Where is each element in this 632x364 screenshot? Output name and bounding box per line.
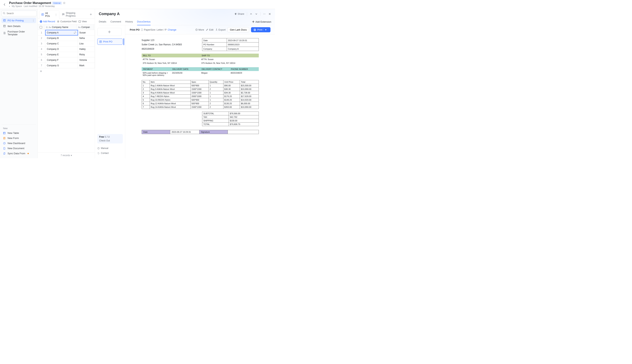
new-item-label: Sync Data From	[8, 152, 25, 155]
grid-icon	[3, 24, 6, 28]
select-all-checkbox[interactable]	[40, 26, 42, 28]
export-button[interactable]: Export	[215, 28, 226, 31]
printer-icon	[254, 28, 256, 31]
cell-company[interactable]: Company F	[45, 58, 78, 63]
workspace-name[interactable]: My Space	[12, 5, 22, 8]
view-button[interactable]: View	[78, 20, 87, 23]
signature-row: Date 2023-09-27 10:29:31 Signature	[142, 130, 259, 134]
more-actions-button[interactable]: ⋯	[263, 12, 266, 15]
cell-contact[interactable]: Susan	[78, 30, 95, 35]
document-icon	[3, 32, 6, 34]
print-po-card[interactable]: Print PO	[97, 38, 123, 45]
expand-icon[interactable]	[74, 32, 76, 34]
text-type-icon: Aᴀ	[49, 26, 51, 28]
tab-docugenius[interactable]: DocuGenius	[137, 19, 151, 25]
table-row[interactable]: 7 Company G Mark	[38, 63, 95, 68]
kanban-icon	[62, 13, 65, 16]
svg-point-11	[58, 21, 59, 22]
add-extension-button[interactable]: Add Extension	[252, 19, 271, 25]
delivery-date: 2023/05/30	[171, 71, 200, 77]
cell-contact[interactable]: Neha	[78, 36, 95, 41]
cell-company[interactable]: Company C	[45, 41, 78, 46]
new-item-label: New Dashboard	[8, 142, 25, 144]
cell-contact[interactable]: Victoria	[78, 58, 95, 63]
svg-rect-1	[4, 20, 6, 22]
cell-contact[interactable]: Mark	[78, 63, 95, 68]
add-record-label: Add Record	[43, 20, 55, 23]
table-row[interactable]: 6 Company F Victoria	[38, 58, 95, 63]
svg-rect-3	[4, 132, 6, 134]
next-record-button[interactable]	[255, 13, 258, 15]
form-icon	[3, 137, 6, 140]
svg-rect-12	[79, 21, 81, 22]
cell-company[interactable]: Company A	[45, 30, 78, 35]
table-row[interactable]: 1 Company A Susan	[38, 30, 95, 36]
share-button[interactable]: Share	[234, 12, 244, 15]
column-header-contact[interactable]: Aᴀ Compan	[77, 24, 94, 30]
add-view-button[interactable]	[88, 12, 93, 17]
add-record-button[interactable]: Add Record	[40, 20, 55, 23]
sync-data-button[interactable]: Sync Data From	[2, 151, 36, 156]
svg-rect-14	[100, 40, 102, 43]
sidebar-item-more[interactable]: ⋮	[32, 19, 35, 22]
new-document-button[interactable]: New Document	[2, 146, 36, 151]
gen-docs-button[interactable]: Gen Lark Docs	[227, 27, 249, 32]
row-index: 7	[38, 63, 45, 68]
table-row[interactable]: 5 Company E Ricky	[38, 52, 95, 58]
sidebar-item-po-printing[interactable]: PO for Printing ⋮	[2, 18, 36, 23]
ship-address: 375 Hudson St, New York, NY 10014	[200, 61, 259, 65]
table-icon	[3, 132, 6, 134]
back-button[interactable]	[2, 2, 7, 7]
detail-title: Company A	[99, 12, 120, 16]
doc-title: Print PO	[130, 28, 140, 31]
more-button[interactable]: More	[195, 28, 204, 31]
change-papersize-link[interactable]: Change	[168, 28, 176, 31]
sync-icon	[3, 152, 6, 155]
sidebar-item-item-details[interactable]: Item Details	[2, 24, 36, 29]
manual-link[interactable]: Manual	[97, 146, 123, 151]
add-document-card[interactable]	[97, 28, 122, 36]
cell-contact[interactable]: Ricky	[78, 52, 95, 57]
column-header-company[interactable]: Aᴀ Company Name	[44, 24, 77, 30]
sidebar-item-label: PO for Printing	[8, 19, 24, 22]
tab-details[interactable]: Details	[99, 19, 106, 25]
svg-rect-2	[4, 25, 6, 27]
table-row[interactable]: 4 Company D Hailey	[38, 46, 95, 52]
print-button[interactable]: Print ▾	[251, 27, 270, 32]
tab-history[interactable]: History	[125, 19, 133, 25]
page-icon	[141, 28, 143, 31]
lock-icon	[46, 26, 48, 28]
grid-icon	[99, 40, 102, 43]
search-input[interactable]	[2, 10, 37, 16]
new-table-button[interactable]: New Table	[2, 130, 36, 136]
table-row[interactable]: 2 Company B Neha	[38, 36, 95, 41]
close-panel-button[interactable]	[268, 12, 271, 16]
cell-contact[interactable]: Lisa	[78, 41, 95, 46]
cell-company[interactable]: Company B	[45, 36, 78, 41]
tab-shipping[interactable]: Shipping Progress	[60, 10, 88, 18]
sidebar-item-po-template[interactable]: Purchase Order Template	[2, 29, 36, 37]
cell-company[interactable]: Company D	[45, 46, 78, 52]
search-icon	[3, 12, 6, 14]
cell-company[interactable]: Company E	[45, 52, 78, 57]
print-dropdown[interactable]: ▾	[264, 28, 268, 31]
prev-record-button[interactable]	[250, 13, 252, 15]
checkout-button[interactable]: Check Out	[99, 139, 121, 142]
customize-field-button[interactable]: Customize Field	[57, 20, 77, 23]
add-row-button[interactable]	[38, 68, 95, 74]
cell-company[interactable]: Company G	[45, 63, 78, 68]
dropdown-icon[interactable]: ▾	[71, 154, 72, 157]
cell-contact[interactable]: Hailey	[78, 46, 95, 52]
table-row[interactable]: 3 Company C Lisa	[38, 41, 95, 46]
contact-link[interactable]: Contact	[97, 151, 123, 156]
tab-more[interactable]: ⋮	[55, 13, 57, 16]
new-dashboard-button[interactable]: New Dashboard	[2, 141, 36, 146]
tab-comment[interactable]: Comment	[111, 19, 121, 25]
new-form-button[interactable]: New Form	[2, 136, 36, 141]
bill-attn: ATTN: Susan	[142, 58, 200, 61]
favorite-button[interactable]	[63, 2, 66, 4]
edit-button[interactable]: Edit	[206, 28, 213, 31]
tab-all-pos[interactable]: All POs ⋮	[39, 10, 59, 19]
papersize-label: PaperSize: Letter / P	[144, 28, 167, 31]
supplier-phone: 4820194829	[142, 47, 195, 51]
